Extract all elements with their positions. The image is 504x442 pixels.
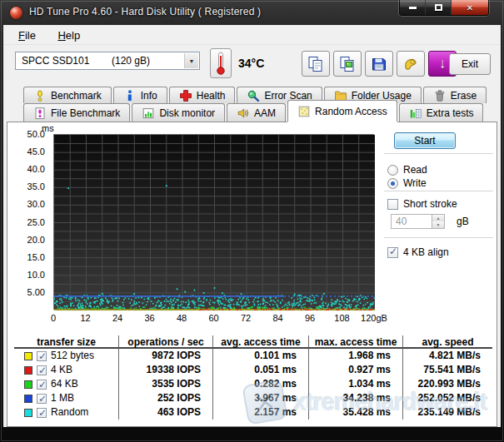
tab-disk-monitor[interactable]: Disk monitor [132,103,225,122]
tab-label: Benchmark [51,90,102,102]
series-label: Random [51,405,88,420]
tab-health[interactable]: Health [169,87,236,103]
avg-access-value: 0.282 ms [213,377,309,391]
x-tick-label: 84 [272,313,282,323]
close-icon: ✕ [467,3,473,12]
write-label: Write [403,177,427,189]
x-tick-label: 24 [112,313,122,323]
col-header-avg-speed: avg. speed [403,335,492,349]
copy-text-button[interactable] [302,51,330,77]
max-access-value: 35.428 ms [309,405,403,420]
close-button[interactable]: ✕ [452,0,488,15]
tab-row-2: File Benchmark Disk monitor AAM [23,102,483,122]
thermometer-icon [213,51,228,76]
series-label: 1 MB [51,391,74,405]
file-benchmark-icon [33,107,47,120]
aam-icon [237,107,250,120]
x-tick-label: 12 [80,313,90,323]
col-header-max-access: max. access time [309,335,403,349]
short-stroke-checkbox[interactable] [387,199,398,210]
titlebar[interactable]: HD Tune Pro 4.60 - Hard Disk Utility ( R… [0,0,504,25]
separator [384,237,493,239]
short-stroke-option[interactable]: Short stroke [387,198,457,210]
menu-file[interactable]: File [15,28,39,42]
copy-image-button[interactable] [333,51,362,77]
align-option[interactable]: 4 KB align [387,246,449,258]
tab-label: AAM [254,107,276,119]
download-icon: ↓ [439,57,447,71]
avg-speed-value: 235.149 MB/s [403,405,492,420]
max-access-value: 0.927 ms [309,363,403,377]
tab-label: Info [141,90,157,102]
series-checkbox[interactable] [37,380,47,390]
col-header-avg-access: avg. access time [213,335,309,349]
x-tick-label: 48 [177,313,187,323]
copy-image-icon [338,55,357,73]
write-option[interactable]: Write [387,177,427,189]
exit-button[interactable]: Exit [449,53,491,75]
series-swatch [24,366,32,375]
series-label: 64 KB [51,377,78,391]
app-icon [10,7,22,19]
y-tick-label: 45.0 [27,147,45,156]
temperature-value: 34°C [238,57,264,70]
x-tick-label: 36 [144,313,154,323]
tab-info[interactable]: Info [113,87,167,103]
ops-value: 252 IOPS [119,391,213,405]
capacity-unit: gB [457,216,469,227]
tab-label: Disk monitor [159,107,215,119]
write-radio[interactable] [387,178,398,189]
avg-access-value: 3.967 ms [213,391,309,405]
avg-access-value: 0.051 ms [213,363,309,377]
maximize-icon [435,4,442,11]
erase-icon [433,89,447,102]
caption-buttons: ✕ [399,0,489,16]
tab-file-benchmark[interactable]: File Benchmark [23,103,130,122]
spin-down-icon[interactable]: ▼ [432,221,444,228]
save-button[interactable] [365,51,393,77]
y-tick-label: 35.0 [27,181,45,191]
tab-label: Health [197,90,226,102]
max-access-value: 34.238 ms [309,391,403,405]
read-option[interactable]: Read [387,164,427,176]
tab-random-access[interactable]: Random Access [287,100,397,122]
tab-aam[interactable]: AAM [227,103,286,122]
tab-label: File Benchmark [51,107,120,119]
menu-help[interactable]: Help [54,28,83,42]
short-stroke-label: Short stroke [403,198,457,210]
series-checkbox[interactable] [37,408,47,418]
capacity-input[interactable]: 40 [391,214,432,229]
series-swatch [24,380,32,389]
series-checkbox[interactable] [37,394,47,404]
align-checkbox[interactable] [387,247,398,258]
table-row: 64 KB [14,377,119,391]
tab-extra-tests[interactable]: Extra tests [399,103,484,122]
start-button[interactable]: Start [394,132,456,149]
client-area: File Help SPCC SSD101 (120 gB) ▼ 34°C [3,25,501,427]
temperature-button[interactable] [210,48,232,78]
tab-benchmark[interactable]: Benchmark [23,87,112,103]
drive-select[interactable]: SPCC SSD101 (120 gB) ▼ [15,52,200,70]
minimize-button[interactable] [400,0,425,15]
ops-value: 3535 IOPS [119,377,213,391]
read-radio[interactable] [387,165,398,176]
x-axis-labels: 01224364860728496108120gB [53,313,382,325]
spinner-buttons: ▲ ▼ [432,214,445,229]
chevron-down-icon[interactable]: ▼ [184,53,198,68]
tab-erase[interactable]: Erase [423,87,487,103]
drive-name: SPCC SSD101 [22,55,112,67]
tab-row-1: Benchmark Info Health [23,86,487,103]
table-row: 1 MB [14,391,119,405]
maximize-button[interactable] [426,0,451,15]
tabstrip: Benchmark Info Health [3,82,501,122]
ops-value: 19338 IOPS [119,363,213,377]
series-checkbox[interactable] [37,365,47,375]
avg-speed-value: 220.993 MB/s [403,377,492,391]
avg-access-value: 0.101 ms [213,349,309,363]
menubar: File Help [3,25,501,45]
ops-value: 463 IOPS [119,405,213,420]
options-button[interactable] [397,51,425,77]
y-tick-label: 50.0 [27,129,45,139]
spin-up-icon[interactable]: ▲ [432,215,444,221]
series-checkbox[interactable] [37,351,47,361]
